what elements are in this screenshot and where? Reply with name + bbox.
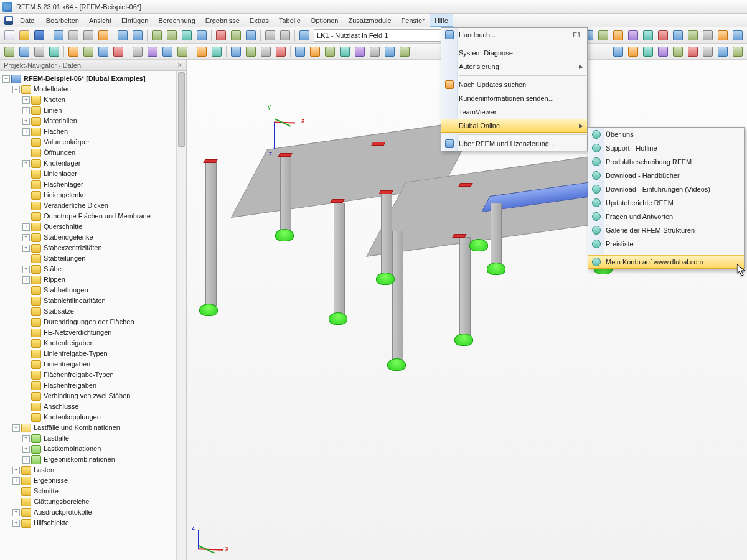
tb2-13[interactable] [195, 45, 209, 58]
dlubal-submenu-item[interactable]: Fragen und Antworten [588, 210, 744, 223]
tree-item[interactable]: +Knoten [0, 95, 186, 105]
tb-btn-9[interactable] [214, 29, 228, 42]
tree-item[interactable]: Schnitte [0, 486, 186, 497]
help-menu-item[interactable]: TeamViewer [441, 105, 587, 119]
help-menu-item[interactable]: Dlubal Online▶ [441, 119, 587, 133]
tb-btn-6[interactable] [165, 29, 179, 42]
tb2-8[interactable] [111, 45, 125, 58]
tb2-4[interactable] [47, 45, 61, 58]
tb-btn-11[interactable] [244, 29, 258, 42]
tb-r10[interactable] [716, 29, 730, 42]
tree-item[interactable]: +Querschnitte [0, 222, 186, 232]
tb2-24[interactable] [368, 45, 382, 58]
tb2-2[interactable] [17, 45, 31, 58]
tb2-r6[interactable] [686, 45, 700, 58]
dlubal-submenu-item[interactable]: Updateberichte RFEM [588, 196, 744, 210]
tb-undo[interactable] [116, 29, 129, 42]
tree-item[interactable]: +Ergebniskombinationen [0, 454, 186, 465]
tree-item[interactable]: Flächenfreigaben [0, 380, 186, 391]
tree-item[interactable]: +Knotenlager [0, 158, 186, 169]
tb2-11[interactable] [161, 45, 174, 58]
tree-item[interactable]: +Materialien [0, 116, 186, 126]
tree-item[interactable]: +Ausdruckprotokolle [0, 507, 186, 518]
menu-zusatzmodule[interactable]: Zusatzmodule [344, 14, 397, 27]
tree-item[interactable]: +Lastkombinationen [0, 444, 186, 454]
tree-item[interactable]: Stabbettungen [0, 285, 186, 296]
tree-item[interactable]: Linienfreigaben [0, 359, 186, 370]
expand-toggle[interactable]: + [22, 245, 30, 252]
tb-btn-12[interactable] [263, 29, 277, 42]
tree-item[interactable]: Linienfreigabe-Typen [0, 348, 186, 359]
dlubal-submenu-item[interactable]: Mein Konto auf www.dlubal.com [588, 255, 744, 269]
tb-btn-7[interactable] [180, 29, 194, 42]
tree-item[interactable]: −Lastfälle und Kombinationen [0, 422, 186, 433]
tb2-22[interactable] [338, 45, 352, 58]
tree-item[interactable]: Knotenfreigaben [0, 338, 186, 348]
tree-item[interactable]: Flächenfreigabe-Typen [0, 370, 186, 380]
tb-new[interactable] [2, 29, 16, 42]
navigator-close-icon[interactable]: ✕ [177, 62, 182, 68]
tb-btn-4[interactable] [96, 29, 110, 42]
tb2-20[interactable] [308, 45, 322, 58]
tree-item[interactable]: +Rippen [0, 274, 186, 285]
tb2-r8[interactable] [716, 45, 730, 58]
tb2-9[interactable] [131, 45, 144, 58]
tree-item[interactable]: Flächenlager [0, 179, 186, 190]
tree-item[interactable]: Öffnungen [0, 147, 186, 158]
help-menu-item[interactable]: Nach Updates suchen [441, 78, 587, 91]
tb2-25[interactable] [383, 45, 397, 58]
expand-toggle[interactable]: + [12, 520, 20, 527]
tree-item[interactable]: Verbindung von zwei Stäben [0, 391, 186, 401]
expand-toggle[interactable]: + [22, 118, 30, 125]
dlubal-submenu-item[interactable]: Über uns [588, 128, 744, 141]
expand-toggle[interactable]: + [12, 509, 20, 516]
dlubal-submenu-item[interactable]: Produktbeschreibung RFEM [588, 155, 744, 169]
dlubal-submenu-item[interactable]: Preisliste [588, 237, 744, 251]
tb-btn-13[interactable] [278, 29, 292, 42]
tree-item[interactable]: Volumenkörper [0, 137, 186, 147]
tree-item[interactable]: −Modelldaten [0, 84, 186, 95]
navigator-tree[interactable]: −RFEM-Beispiel-06* [Dlubal Examples]−Mod… [0, 71, 186, 560]
tree-item[interactable]: +Lasten [0, 465, 186, 475]
help-menu-item[interactable]: Kundeninformationen senden... [441, 91, 587, 105]
tb-r2[interactable] [596, 29, 610, 42]
tb2-r4[interactable] [656, 45, 670, 58]
tb2-26[interactable] [398, 45, 411, 58]
menu-einfuegen[interactable]: Einfügen [116, 14, 153, 27]
tree-item[interactable]: Durchdringungen der Flächen [0, 317, 186, 327]
tb-r4[interactable] [626, 29, 640, 42]
dlubal-submenu-item[interactable]: Download - Einführungen (Videos) [588, 182, 744, 196]
tree-item[interactable]: +Stabendgelenke [0, 232, 186, 243]
expand-toggle[interactable]: + [22, 456, 30, 464]
tree-item[interactable]: Knotenkopplungen [0, 412, 186, 422]
help-menu-item[interactable]: Über RFEM und Lizenzierung... [441, 137, 587, 151]
tb-btn-2[interactable] [67, 29, 80, 42]
dlubal-submenu-item[interactable]: Support - Hotline [588, 141, 744, 155]
tb2-16[interactable] [244, 45, 258, 58]
expand-toggle[interactable]: + [22, 276, 30, 284]
tb-save[interactable] [32, 29, 46, 42]
expand-toggle[interactable]: − [2, 75, 10, 83]
tb-btn-1[interactable] [52, 29, 65, 42]
menu-optionen[interactable]: Optionen [306, 14, 344, 27]
help-menu-item[interactable]: System-Diagnose [441, 46, 587, 60]
tb-r5[interactable] [641, 29, 655, 42]
dlubal-submenu-item[interactable]: Download - Handbücher [588, 169, 744, 182]
tb2-3[interactable] [32, 45, 46, 58]
tb2-r7[interactable] [701, 45, 715, 58]
tree-item[interactable]: Linienlager [0, 169, 186, 179]
tb2-17[interactable] [259, 45, 273, 58]
expand-toggle[interactable]: − [12, 86, 20, 93]
dlubal-submenu-item[interactable]: Galerie der RFEM-Strukturen [588, 223, 744, 237]
menu-bearbeiten[interactable]: Bearbeiten [41, 14, 84, 27]
tb2-14[interactable] [210, 45, 223, 58]
tree-item[interactable]: +Ergebnisse [0, 475, 186, 486]
tree-item[interactable]: Veränderliche Dicken [0, 200, 186, 211]
menu-extras[interactable]: Extras [245, 14, 274, 27]
tree-item[interactable]: Liniengelenke [0, 190, 186, 200]
tb-btn-5[interactable] [150, 29, 164, 42]
tb-lc-icon[interactable] [298, 29, 311, 42]
tree-item[interactable]: −RFEM-Beispiel-06* [Dlubal Examples] [0, 73, 186, 84]
tb-open[interactable] [17, 29, 31, 42]
expand-toggle[interactable]: + [22, 223, 30, 231]
